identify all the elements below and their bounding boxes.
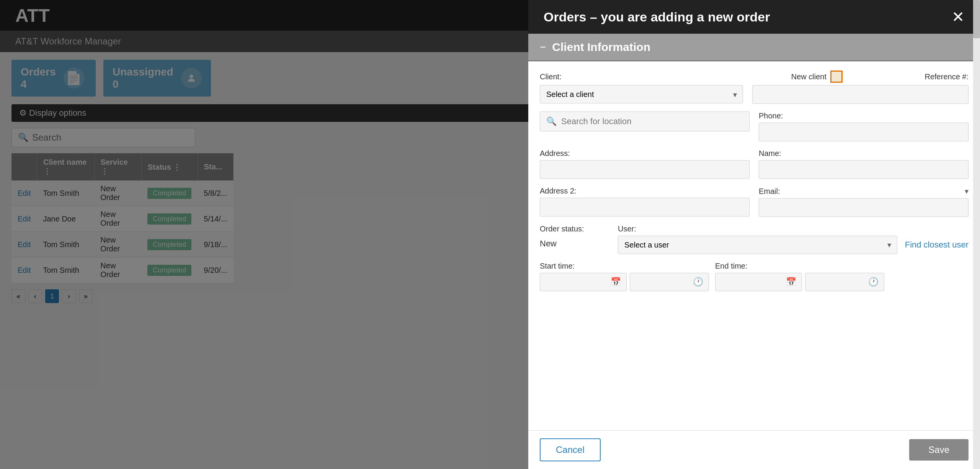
- new-client-checkbox[interactable]: [830, 71, 843, 83]
- end-time-label: End time:: [715, 262, 884, 271]
- email-label: Email:: [759, 187, 780, 196]
- user-select[interactable]: Select a user: [618, 236, 897, 254]
- start-date-input[interactable]: 6/20/2022: [546, 277, 607, 287]
- email-group-header: Email: ▾: [759, 187, 969, 196]
- start-time-label: Start time:: [540, 262, 709, 271]
- section-header: − Client Information: [528, 34, 980, 61]
- order-user-row: Order status: New User: Select a user ▾ …: [540, 225, 969, 254]
- scroll-track[interactable]: [973, 0, 980, 469]
- address-input[interactable]: [540, 160, 750, 179]
- client-label: Client:: [540, 72, 562, 81]
- user-label: User:: [618, 225, 969, 233]
- name-label: Name:: [759, 149, 969, 158]
- start-date-wrapper[interactable]: 6/20/2022 📅: [540, 273, 627, 291]
- location-phone-row: 🔍 Phone:: [540, 112, 969, 141]
- address-group: Address:: [540, 149, 750, 179]
- end-date-calendar-icon[interactable]: 📅: [786, 277, 796, 287]
- address2-group: Address 2:: [540, 187, 750, 216]
- client-select[interactable]: Select a client: [540, 85, 743, 103]
- reference-label: Reference #:: [924, 72, 969, 81]
- end-date-wrapper[interactable]: 📅: [715, 273, 802, 291]
- end-date-input[interactable]: [721, 277, 782, 287]
- end-time-clock-icon[interactable]: 🕐: [868, 277, 879, 287]
- email-input[interactable]: [759, 198, 969, 217]
- address-label: Address:: [540, 149, 750, 158]
- email-chevron-down-icon[interactable]: ▾: [965, 187, 969, 196]
- start-time-group: Start time: 6/20/2022 📅 8:45 AM 🕐: [540, 262, 709, 291]
- start-time-wrapper[interactable]: 8:45 AM 🕐: [630, 273, 709, 291]
- start-time-clock-icon[interactable]: 🕐: [693, 277, 703, 287]
- client-row: Client: New client Reference #: Select a…: [540, 71, 969, 104]
- phone-label: Phone:: [759, 112, 969, 120]
- modal-close-button[interactable]: ✕: [952, 9, 965, 25]
- phone-input[interactable]: [759, 123, 969, 141]
- address2-input[interactable]: [540, 198, 750, 216]
- modal: Orders – you are adding a new order ✕ − …: [528, 0, 980, 469]
- address2-label: Address 2:: [540, 187, 750, 195]
- modal-body: − Client Information Client: New client …: [528, 34, 980, 430]
- location-search-wrapper[interactable]: 🔍: [540, 112, 750, 131]
- order-status-group: Order status: New: [540, 225, 609, 249]
- user-group: User: Select a user ▾ Find closest user: [618, 225, 969, 254]
- start-time-input[interactable]: 8:45 AM: [635, 277, 689, 287]
- order-status-value: New: [540, 236, 609, 249]
- modal-header: Orders – you are adding a new order ✕: [528, 0, 980, 34]
- save-button[interactable]: Save: [909, 439, 969, 461]
- order-status-label: Order status:: [540, 225, 609, 233]
- end-time-input[interactable]: [811, 277, 864, 287]
- new-client-label: New client: [791, 72, 826, 81]
- email-group: Email: ▾: [759, 187, 969, 217]
- location-search-icon: 🔍: [546, 116, 557, 126]
- location-search-input[interactable]: [561, 116, 743, 126]
- modal-footer: Cancel Save: [528, 430, 980, 469]
- cancel-button[interactable]: Cancel: [540, 438, 601, 461]
- reference-input[interactable]: [752, 85, 969, 104]
- section-collapse-button[interactable]: −: [540, 41, 546, 53]
- form-body: Client: New client Reference #: Select a…: [528, 61, 980, 310]
- scroll-thumb[interactable]: [973, 0, 980, 38]
- name-input[interactable]: [759, 160, 969, 179]
- find-closest-user-link[interactable]: Find closest user: [905, 240, 969, 250]
- end-time-wrapper[interactable]: 🕐: [805, 273, 884, 291]
- name-group: Name:: [759, 149, 969, 179]
- section-title: Client Information: [552, 41, 650, 54]
- start-end-row: Start time: 6/20/2022 📅 8:45 AM 🕐 End t: [540, 262, 969, 291]
- modal-title: Orders – you are adding a new order: [544, 10, 770, 25]
- address-name-row: Address: Name:: [540, 149, 969, 179]
- end-time-group: End time: 📅 🕐: [715, 262, 884, 291]
- start-date-calendar-icon[interactable]: 📅: [611, 277, 621, 287]
- address2-email-row: Address 2: Email: ▾: [540, 187, 969, 217]
